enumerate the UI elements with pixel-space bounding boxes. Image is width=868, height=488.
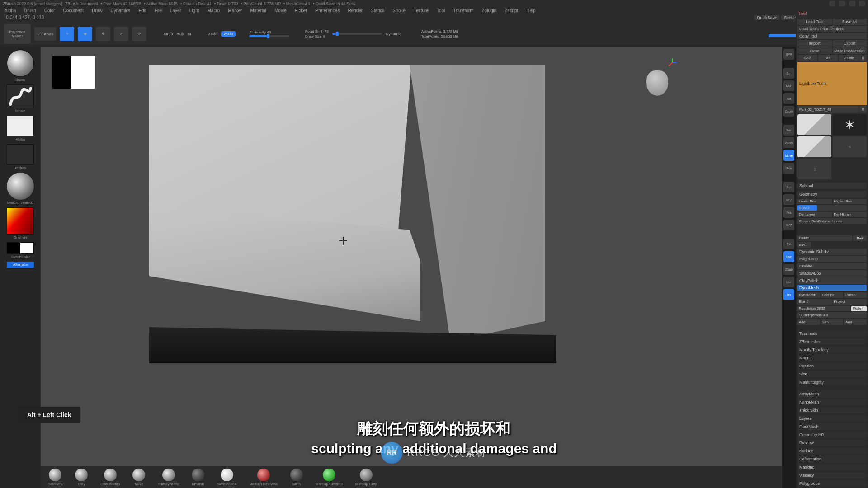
menu-help[interactable]: Help [526,8,536,13]
foreground-background-swatch[interactable] [7,242,34,254]
projection-master-button[interactable]: Projection Master [4,24,31,44]
window-hide-icon[interactable] [849,1,855,6]
move-mode-icon[interactable]: ✥ [96,27,110,41]
dynamic-toggle[interactable]: Dynamic [386,32,401,36]
preview-section[interactable]: Preview [797,440,867,446]
nav-icon-zoom[interactable]: Zoom [783,106,794,117]
nav-icon-trans[interactable]: Tra [783,289,794,300]
nav-icon-actual[interactable]: Act [783,93,794,104]
gradient-label[interactable]: Gradient [14,235,28,239]
zsub-toggle[interactable]: Zsub [221,31,236,37]
nav-icon-rot[interactable]: Rot [783,182,794,192]
texture-thumbnail[interactable] [7,144,34,165]
and-button[interactable]: And [844,319,867,325]
tool-panel-header[interactable]: Tool [796,10,868,17]
export-button[interactable]: Export [833,40,867,47]
nav-icon-zsub[interactable]: ZSub [783,264,794,275]
subtool-section[interactable]: Subtool [797,183,867,189]
tool-thumb-4[interactable]: S [833,136,867,157]
nav-icon-bpr[interactable]: BPR [783,49,794,60]
goz-r-button[interactable]: R [859,55,867,61]
menu-document[interactable]: Document [63,8,84,13]
mrgb-toggle[interactable]: Mrgb [164,32,173,36]
nav-icon-zoom[interactable]: Zoom [783,137,794,148]
menu-stencil[interactable]: Stencil [371,8,384,13]
menu-render[interactable]: Render [348,8,363,13]
layers-section[interactable]: Layers [797,415,867,422]
thickskin-section[interactable]: Thick Skin [797,407,867,413]
viewport[interactable] [41,47,782,466]
m-toggle[interactable]: M [188,32,191,36]
menu-dynamics[interactable]: Dynamics [111,8,131,13]
material-skinshade4[interactable]: SkinShade4 [217,469,236,486]
del-lower-button[interactable]: Del Lower [797,212,832,217]
arraymesh-section[interactable]: ArrayMesh [797,391,867,397]
menu-draw[interactable]: Draw [92,8,102,13]
material-standard[interactable]: Standard [48,469,62,486]
draw-mode-icon[interactable]: ◉ [78,27,92,41]
fibermesh-section[interactable]: FiberMesh [797,423,867,430]
window-close-icon[interactable] [859,1,865,6]
material-hpolish[interactable]: hPolish [192,469,204,486]
nav-icon-floor[interactable]: Flo [783,239,794,249]
scale-mode-icon[interactable]: ⤢ [114,27,128,41]
menu-alpha[interactable]: Alpha [5,8,16,13]
dynamesh-button[interactable]: DynaMesh [797,292,820,298]
window-max-icon[interactable] [839,1,845,6]
menu-zplugin[interactable]: Zplugin [482,8,497,13]
material-claybuildup[interactable]: ClayBuildup [100,469,120,486]
goz-button[interactable]: GoZ [797,55,817,61]
brush-thumbnail[interactable] [7,50,34,77]
material-clay[interactable]: Clay [75,469,88,486]
tessimate-section[interactable]: Tessimate [797,330,867,337]
stroke-thumbnail[interactable] [7,84,34,108]
alternate-button[interactable]: Alternate [7,262,34,268]
freeze-subdiv-button[interactable]: Freeze SubDivision Levels [797,218,867,224]
nav-icon-xyz[interactable]: XYZ [783,220,794,230]
menu-picker[interactable]: Picker [295,8,307,13]
material-matcap-gray[interactable]: MatCap Gray [355,469,377,486]
zremesher-section[interactable]: ZRemesher [797,338,867,345]
divide-button[interactable]: Divide [797,235,852,241]
menu-light[interactable]: Light [189,8,199,13]
edgeloop-button[interactable]: EdgeLoop [797,256,867,262]
material-trimdynamic[interactable]: TrimDynamic [158,469,179,486]
menu-macro[interactable]: Macro [208,8,220,13]
menu-layer[interactable]: Layer [170,8,181,13]
rgb-toggle[interactable]: Rgb [177,32,184,36]
rotate-mode-icon[interactable]: ⟳ [132,27,146,41]
tool-thumb-1[interactable] [797,114,831,135]
edit-mode-icon[interactable]: ✎ [60,27,74,41]
menu-stroke[interactable]: Stroke [392,8,406,13]
nanomesh-section[interactable]: NanoMesh [797,399,867,405]
nav-icon-move[interactable]: Move [783,150,794,161]
sdiv-slider[interactable]: SDiv 2 [797,205,867,211]
menu-preferences[interactable]: Preferences [315,8,340,13]
tool-thumb-3[interactable] [797,136,831,157]
material-move[interactable]: Move [132,469,145,486]
crease-button[interactable]: Crease [797,263,867,269]
geometry-section[interactable]: Geometry [797,191,867,197]
tool-thumb-5[interactable]: ▯ [797,159,831,179]
active-tool-name[interactable]: Part_02_TOZ17_48 [797,106,859,113]
polygroups-section[interactable]: Polygroups [797,480,867,487]
meshintegrity-section[interactable]: MeshIntegrity [797,379,867,385]
position-section[interactable]: Position [797,363,867,369]
material-matcap-red-wax[interactable]: MatCap Red Wax [249,469,278,486]
size-section[interactable]: Size [797,371,867,377]
dynamic-subdiv-button[interactable]: Dynamic Subdiv [797,249,867,255]
resolution-slider[interactable]: Resolution 2632 [797,306,850,311]
nav-icon-local[interactable]: Loc [783,251,794,262]
picker-button[interactable]: Picker [851,306,867,311]
nav-icon-persp[interactable]: Per [783,125,794,136]
menu-zscript[interactable]: Zscript [505,8,518,13]
tool-thumb-2[interactable] [833,114,867,135]
menu-file[interactable]: File [155,8,162,13]
quicksave-button[interactable]: QuickSave [754,15,779,20]
nav-icon-spin-3[interactable]: Spi [783,68,794,79]
goz-visible-button[interactable]: Visible [839,55,859,61]
add-button[interactable]: Add [797,319,820,325]
save-as-button[interactable]: Save As [833,19,867,25]
goz-all-button[interactable]: All [818,55,838,61]
load-from-project-button[interactable]: Load Tools From Project [797,26,867,32]
